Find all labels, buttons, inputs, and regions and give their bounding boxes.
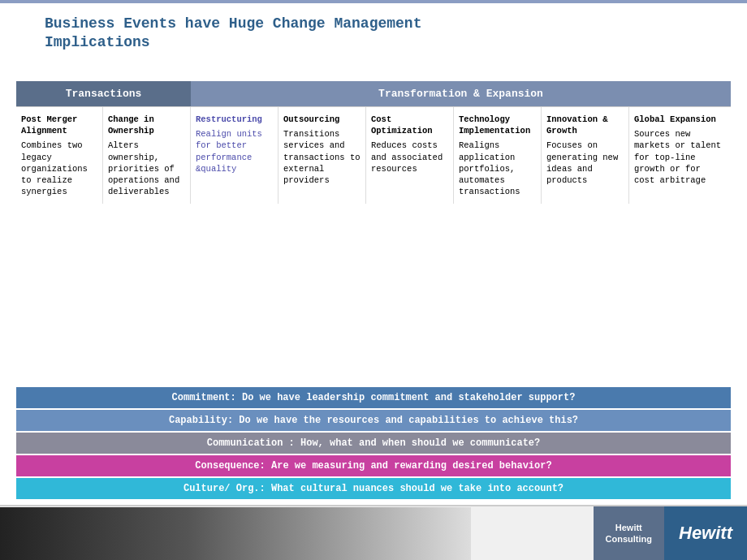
slide-container: Business Events have Huge Change Managem…	[0, 0, 747, 560]
cell-global: Global Expansion Sources new markets or …	[629, 107, 731, 204]
cell-cost-optimization: Cost Optimization Reduces costs and asso…	[366, 107, 454, 204]
slide-title: Business Events have Huge Change Managem…	[45, 15, 702, 53]
data-row: Post Merger Alignment Combines two legac…	[16, 106, 731, 204]
banners-area: Commitment: Do we have leadership commit…	[16, 387, 731, 499]
hewitt-consulting-label: HewittConsulting	[594, 506, 664, 560]
cell-outsourcing: Outsourcing Transitions services and tra…	[279, 107, 366, 204]
cell-technology: Technology Implementation Realigns appli…	[454, 107, 542, 204]
footer-photo	[0, 507, 471, 560]
footer: 2 HewittConsulting Hewitt	[0, 505, 747, 560]
transactions-header: Transactions	[16, 81, 191, 106]
cell-post-merger: Post Merger Alignment Combines two legac…	[16, 107, 103, 204]
banner-capability: Capability: Do we have the resources and…	[16, 410, 731, 431]
hewitt-logo: Hewitt	[664, 506, 747, 560]
footer-right: HewittConsulting Hewitt	[594, 506, 747, 560]
banner-communication: Communication : How, what and when shoul…	[16, 433, 731, 454]
banner-commitment: Commitment: Do we have leadership commit…	[16, 387, 731, 408]
cell-innovation: Innovation & Growth Focuses on generatin…	[542, 107, 629, 204]
banner-consequence: Consequence: Are we measuring and reward…	[16, 455, 731, 476]
top-border	[0, 0, 747, 3]
transformation-header: Transformation & Expansion	[191, 81, 731, 106]
cell-change-ownership: Change in Ownership Alters ownership, pr…	[103, 107, 191, 204]
header-row: Transactions Transformation & Expansion	[16, 81, 731, 106]
cell-restructuring: Restructuring Realign units for better p…	[191, 107, 279, 204]
title-area: Business Events have Huge Change Managem…	[45, 15, 702, 53]
banner-culture: Culture/ Org.: What cultural nuances sho…	[16, 478, 731, 499]
